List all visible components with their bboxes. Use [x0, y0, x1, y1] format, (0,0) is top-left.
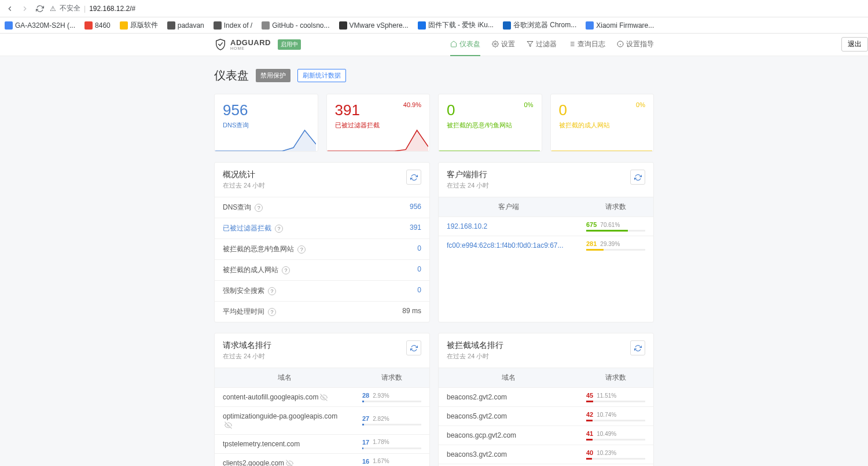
disable-protection-button[interactable]: 禁用保护 — [256, 69, 290, 82]
top-blocked-refresh-button[interactable] — [630, 340, 645, 355]
overview-row-label[interactable]: 已被过滤器拦截 ? — [223, 223, 283, 233]
bookmark-item[interactable]: Xiaomi Firmware... — [586, 21, 654, 30]
help-icon[interactable]: ? — [282, 266, 290, 274]
forward-button[interactable] — [20, 3, 30, 14]
overview-row: 被拦截的恶意/钓鱼网站 ?0 — [215, 238, 429, 259]
stat-card[interactable]: 956DNS查询 — [214, 94, 318, 152]
favicon-icon — [5, 21, 13, 30]
stat-value: 956 — [223, 102, 310, 118]
row-count-cell: 171.78% — [354, 435, 429, 453]
help-icon[interactable]: ? — [297, 245, 306, 254]
help-icon[interactable]: ? — [268, 308, 276, 316]
help-icon[interactable]: ? — [275, 225, 283, 233]
sparkline — [215, 128, 316, 151]
bookmark-item[interactable]: 固件下载 - 爱快 iKu... — [418, 20, 494, 30]
row-count-cell: 4210.74% — [578, 408, 653, 425]
row-count: 40 — [586, 449, 593, 456]
table-row: content-autofill.googleapis.com282.93% — [215, 387, 429, 406]
table-row: beacons2.gvt2.com4511.51% — [439, 387, 653, 406]
row-percent: 10.49% — [597, 431, 616, 437]
insecure-label: 不安全 — [60, 3, 80, 13]
top-queried-card: 请求域名排行 在过去 24 小时 域名 请求数 content-autofill… — [214, 333, 430, 466]
top-blocked-card: 被拦截域名排行 在过去 24 小时 域名 请求数 beacons2.gvt2.c… — [438, 333, 654, 466]
row-count: 675 — [586, 221, 597, 228]
row-percent: 10.74% — [597, 412, 616, 418]
table-row: clients2.google.com161.67% — [215, 453, 429, 466]
overview-title: 概况统计 — [223, 170, 265, 180]
status-badge: 启用中 — [278, 39, 301, 50]
bookmark-item[interactable]: Index of / — [214, 21, 252, 30]
row-name[interactable]: 192.168.10.2 — [439, 217, 578, 236]
stat-card[interactable]: 0被拦截的成人网站0% — [550, 94, 654, 152]
bookmark-item[interactable]: 谷歌浏览器 Chrom... — [503, 20, 576, 30]
bookmark-item[interactable]: GA-A320M-S2H (... — [5, 21, 75, 30]
main-nav: 仪表盘 设置 过滤器 查询日志 设置指导 — [450, 34, 654, 56]
bookmark-item[interactable]: padavan — [167, 21, 204, 30]
favicon-icon — [339, 21, 347, 30]
favicon-icon — [84, 21, 93, 30]
stat-card[interactable]: 0被拦截的恶意/钓鱼网站0% — [438, 94, 542, 152]
reload-button[interactable] — [35, 3, 45, 14]
info-icon — [617, 41, 624, 47]
tracker-icon — [286, 460, 293, 466]
page-content: 仪表盘 禁用保护 刷新统计数据 956DNS查询391已被过滤器拦截40.9%0… — [214, 56, 654, 466]
refresh-stats-button[interactable]: 刷新统计数据 — [297, 69, 346, 82]
row-count: 45 — [586, 392, 593, 399]
row-count: 28 — [362, 392, 369, 399]
overview-refresh-button[interactable] — [406, 170, 421, 185]
row-count-cell: 28129.39% — [578, 237, 653, 254]
bookmark-label: Xiaomi Firmware... — [596, 21, 654, 30]
nav-setup[interactable]: 设置指导 — [617, 34, 654, 56]
overview-row: 被拦截的成人网站 ?0 — [215, 259, 429, 280]
row-count: 27 — [362, 415, 369, 422]
table-row: tpstelemetry.tencent.com171.78% — [215, 434, 429, 453]
favicon-icon — [167, 21, 175, 30]
table-row: beacons.gvt2.com399.97% — [439, 464, 653, 466]
browser-toolbar: ⚠ 不安全 | 192.168.12.2/# — [0, 0, 868, 17]
help-icon[interactable]: ? — [255, 204, 263, 212]
overview-row-value: 89 ms — [402, 307, 421, 317]
nav-querylog-label: 查询日志 — [578, 39, 605, 49]
back-button[interactable] — [5, 3, 15, 14]
overview-subtitle: 在过去 24 小时 — [223, 181, 265, 190]
nav-dashboard[interactable]: 仪表盘 — [450, 34, 480, 56]
nav-setup-label: 设置指导 — [626, 39, 654, 49]
clients-refresh-button[interactable] — [630, 170, 645, 185]
overview-row-value: 391 — [410, 223, 421, 233]
logout-button[interactable]: 退出 — [841, 37, 868, 52]
row-name[interactable]: fc00:e994:62c8:1:f4b0:f0d0:1ac9:67... — [439, 236, 578, 255]
top-blocked-subtitle: 在过去 24 小时 — [447, 352, 503, 361]
blocked-col-requests: 请求数 — [578, 368, 653, 387]
top-queried-refresh-button[interactable] — [406, 340, 421, 355]
home-icon — [450, 41, 457, 47]
favicon-icon — [214, 21, 222, 30]
favicon-icon — [262, 21, 270, 30]
address-bar[interactable]: ⚠ 不安全 | 192.168.12.2/# — [50, 3, 135, 13]
insecure-icon: ⚠ — [50, 5, 56, 13]
clients-col-client: 客户端 — [439, 197, 578, 217]
bookmark-item[interactable]: 原版软件 — [120, 20, 158, 30]
stat-card[interactable]: 391已被过滤器拦截40.9% — [326, 94, 431, 152]
sparkline — [327, 128, 428, 151]
bookmark-label: 8460 — [95, 21, 111, 30]
refresh-icon — [634, 344, 642, 352]
overview-row-value: 0 — [417, 265, 421, 275]
row-name: optimizationguide-pa.googleapis.com — [215, 407, 354, 434]
nav-filters-label: 过滤器 — [536, 39, 557, 49]
queried-col-requests: 请求数 — [354, 368, 429, 387]
bookmark-item[interactable]: VMware vSphere... — [339, 21, 409, 30]
logo[interactable]: ADGUARD HOME 启用中 — [214, 38, 301, 51]
nav-filters[interactable]: 过滤器 — [527, 34, 557, 56]
bookmark-item[interactable]: 8460 — [84, 21, 111, 30]
bookmark-item[interactable]: GitHub - coolsno... — [262, 21, 329, 30]
row-name: content-autofill.googleapis.com — [215, 388, 354, 406]
nav-settings[interactable]: 设置 — [492, 34, 515, 56]
nav-querylog[interactable]: 查询日志 — [568, 34, 605, 56]
bookmark-label: 固件下载 - 爱快 iKu... — [428, 20, 494, 30]
overview-row-value: 956 — [410, 203, 421, 212]
help-icon[interactable]: ? — [268, 287, 276, 295]
sparkline — [551, 128, 652, 151]
refresh-icon — [634, 174, 642, 181]
refresh-icon — [410, 344, 418, 352]
overview-row: 已被过滤器拦截 ?391 — [215, 218, 429, 238]
